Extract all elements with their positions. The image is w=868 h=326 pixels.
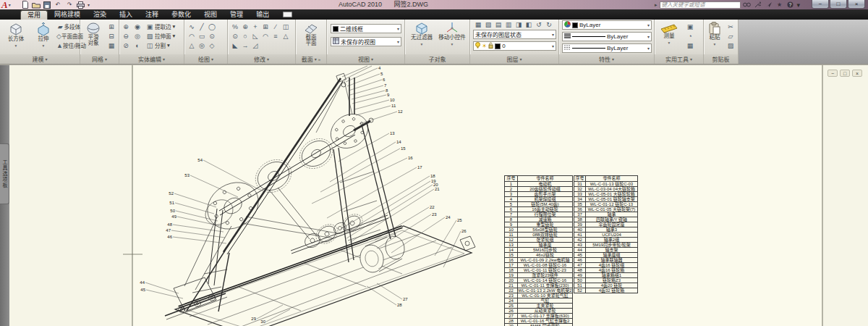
restore-button[interactable]: □ (830, 0, 847, 9)
extrude-faces-button[interactable]: ▨拉伸面▾ (145, 31, 184, 41)
favorites-star-icon[interactable]: ★ (775, 1, 784, 9)
panel-label-view[interactable]: 视图▾ (327, 54, 404, 64)
redo-icon[interactable]: ↷ (65, 1, 74, 9)
named-view-select[interactable]: 未保存的视图▾ (331, 37, 401, 46)
layer-off-icon[interactable]: ▤ (493, 20, 503, 29)
save-icon[interactable] (43, 1, 51, 9)
trim-icon[interactable]: % (230, 22, 240, 31)
ribbon-minimize-toggle-icon[interactable] (283, 12, 292, 17)
layer-undo-icon[interactable]: ↺ (534, 20, 544, 29)
plot-icon[interactable] (77, 1, 85, 9)
imprint-icon[interactable]: ◉ (132, 22, 142, 31)
circle-icon[interactable]: ◯ (207, 22, 217, 31)
rectangle-icon[interactable]: ▭ (197, 31, 207, 41)
qat-customize-icon[interactable]: ▾ (88, 2, 90, 7)
line-icon[interactable]: ╱ (197, 22, 207, 31)
smooth-object-button[interactable]: 平滑对象 (82, 22, 104, 46)
erase-icon[interactable]: ◺ (250, 31, 260, 41)
tab-注释[interactable]: 注释 (139, 10, 165, 20)
shell-icon[interactable]: ◎ (132, 31, 142, 41)
layer-on-bulb-icon[interactable] (475, 42, 480, 50)
help-icon[interactable]: ? (786, 1, 795, 9)
layer-isolate-icon[interactable]: ▦ (473, 20, 483, 29)
layer-unlock-icon[interactable] (488, 42, 493, 50)
break-icon[interactable]: ∕ (271, 22, 281, 31)
tab-管理[interactable]: 管理 (224, 10, 250, 20)
application-menu-button[interactable]: A ▾ (1, 0, 17, 9)
subobject-filter-button[interactable]: 无过滤器▾ (408, 22, 435, 47)
doc-minimize-button[interactable]: − (827, 70, 838, 77)
layer-state-select[interactable]: 未保存的图层状态▾ (473, 30, 556, 39)
object-color-select[interactable]: ByLayer▾ (562, 20, 652, 30)
layer-lock-icon[interactable]: ▥ (503, 20, 514, 29)
visual-style-select[interactable]: 二维线框▾ (331, 24, 401, 33)
donut-icon[interactable]: ◎ (197, 41, 207, 50)
quick-select-icon[interactable]: ▣ (685, 22, 695, 31)
layer-freeze-icon[interactable]: ▧ (483, 20, 493, 29)
paste-special-icon[interactable]: ▨ (726, 41, 736, 50)
search-history-icon[interactable]: ▸ (655, 2, 658, 8)
separate-button[interactable]: ◫分割▾ (145, 41, 184, 50)
layer-thaw-sun-icon[interactable]: ☀ (482, 43, 487, 49)
chamfer-icon[interactable]: ◣ (230, 41, 240, 50)
box-button[interactable]: 长方体▾ (3, 22, 29, 49)
polygon-icon[interactable]: △ (187, 41, 197, 50)
intersect-icon[interactable]: ⊘ (121, 41, 131, 50)
panel-label-properties[interactable]: 特性▾ (559, 54, 654, 64)
tab-常用[interactable]: 常用 (20, 10, 48, 20)
mesh-refine-icon[interactable]: ⊞ (106, 22, 116, 31)
panel-label-utilities[interactable]: 实用工具▾ (655, 54, 703, 64)
section-plane-button[interactable]: 截面平面 (300, 22, 322, 46)
layer-color-swatch[interactable] (495, 43, 501, 49)
fillet-icon[interactable]: ◠ (260, 31, 271, 41)
open-file-icon[interactable] (32, 1, 41, 9)
mesh-add-crease-icon[interactable]: ⊟ (106, 31, 116, 41)
close-button[interactable]: × (848, 0, 865, 9)
presspull-button[interactable]: ▲按住/拖动 (56, 41, 80, 50)
tab-视图[interactable]: 视图 (197, 10, 224, 20)
cut-icon[interactable]: ✂ (726, 22, 736, 31)
region-icon[interactable]: ◇ (207, 41, 217, 50)
paste-button[interactable]: 粘贴▾ (705, 22, 724, 47)
point-style-icon[interactable]: ▦ (685, 41, 695, 50)
panel-label-solid-editing[interactable]: 实体编辑▾ (119, 54, 184, 64)
help-dropdown-icon[interactable]: ▾ (797, 1, 801, 9)
extract-edges-button[interactable]: ▣提取边▾ (145, 22, 184, 31)
quick-calc-icon[interactable]: ◔ (685, 31, 695, 41)
tab-渲染[interactable]: 渲染 (87, 10, 113, 20)
extrude-button[interactable]: 拉伸▾ (32, 22, 55, 49)
array-icon[interactable]: ⊞ (260, 22, 271, 31)
circle-edit-icon[interactable]: ○ (240, 31, 250, 41)
subscription-wrench-icon[interactable] (754, 1, 762, 9)
drawing-area[interactable]: 4567891011121314151617181920212223242526… (0, 65, 868, 326)
tab-网格建模[interactable]: 网格建模 (48, 10, 87, 20)
rotate-icon[interactable]: ⊕ (240, 22, 250, 31)
fillet-edge-icon[interactable]: ◐ (132, 41, 142, 50)
move-icon[interactable]: + (250, 22, 260, 31)
panel-label-draw[interactable]: 绘图▾ (184, 54, 227, 64)
undo-icon[interactable]: ↶ (54, 1, 62, 9)
arc-icon[interactable]: ◠ (187, 31, 197, 41)
measure-button[interactable]: 测量▾ (658, 22, 681, 46)
lineweight-select[interactable]: ByLayer▾ (562, 32, 652, 41)
tab-输出[interactable]: 输出 (250, 10, 276, 20)
move-gizmo-button[interactable]: 移动小控件▾ (437, 22, 467, 47)
tool-palette-tab[interactable]: 工具选项板 (0, 143, 9, 204)
stretch-icon[interactable]: ≡ (271, 31, 281, 41)
doc-restore-button[interactable]: □ (840, 70, 850, 77)
communication-send-icon[interactable] (765, 1, 773, 9)
panel-label-layers[interactable]: 图层▾ (470, 54, 558, 64)
union-icon[interactable]: ⊕ (121, 22, 131, 31)
mesh-smooth-more-icon[interactable]: ▦ (106, 41, 116, 50)
doc-close-button[interactable]: × (852, 70, 862, 77)
panel-label-modify[interactable]: 修改▾ (228, 54, 295, 64)
explode-icon[interactable]: → (240, 41, 250, 50)
panel-label-section[interactable]: 截面▾» (296, 54, 326, 64)
tab-参数化[interactable]: 参数化 (165, 10, 197, 20)
subtract-icon[interactable]: ⊖ (121, 31, 131, 41)
ellipse-icon[interactable]: ⊙ (207, 31, 217, 41)
polysolid-button[interactable]: ▰多段体 (56, 22, 80, 31)
minimize-button[interactable]: − (812, 0, 829, 9)
tab-插入[interactable]: 插入 (113, 10, 139, 20)
panel-label-mesh[interactable]: 网格▾ (80, 54, 119, 64)
